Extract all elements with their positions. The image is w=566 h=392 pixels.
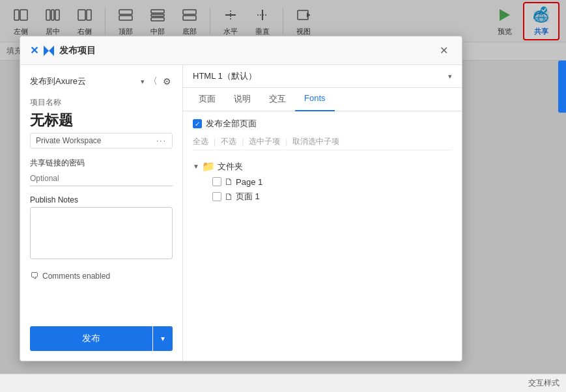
tab-interaction[interactable]: 交互 xyxy=(260,88,295,111)
folder-name: 文件夹 xyxy=(218,161,243,173)
password-input[interactable] xyxy=(30,171,173,186)
publish-dropdown-button[interactable]: ▾ xyxy=(153,326,173,351)
axure-x-icon xyxy=(42,44,55,57)
sep2: | xyxy=(242,137,244,147)
page-tree: ▼ 📁 文件夹 🗋 Page 1 🗋 页面 1 xyxy=(193,156,452,207)
folder-row: ▼ 📁 文件夹 xyxy=(193,158,452,175)
select-all-action[interactable]: 全选 xyxy=(193,136,208,147)
comments-icon: 🗨 xyxy=(30,271,38,281)
page-1-file-icon: 🗋 xyxy=(224,176,233,187)
dialog-header: ✕ 发布项目 ✕ xyxy=(20,36,462,65)
left-panel: 发布到Axure云 ▾ 〈 ⚙ 项目名称 无标题 Private Workspa… xyxy=(20,65,183,361)
svg-marker-28 xyxy=(44,46,49,56)
publish-notes-label: Publish Notes xyxy=(30,195,173,204)
page-1-checkbox[interactable] xyxy=(212,177,221,186)
select-children-action[interactable]: 选中子项 xyxy=(249,136,280,147)
project-name-value: 无标题 xyxy=(30,111,173,130)
page-row-1: 🗋 Page 1 xyxy=(193,175,452,189)
right-panel: HTML 1（默认） ▾ 页面 说明 交互 Fonts ✓ 发布全部页面 xyxy=(183,65,462,361)
interaction-style-label: 交互样式 xyxy=(528,378,559,389)
publish-btn-row: 发布 ▾ xyxy=(30,326,173,351)
publish-button[interactable]: 发布 xyxy=(30,326,152,351)
back-settings-arrow[interactable]: 〈 xyxy=(149,76,158,87)
page-1-name: Page 1 xyxy=(236,177,262,187)
publish-notes-field: Publish Notes xyxy=(30,195,173,262)
tabs: 页面 说明 交互 Fonts xyxy=(183,88,462,111)
axure-logo-icon: ✕ xyxy=(30,44,38,57)
workspace-name: Private Workspace xyxy=(36,136,101,145)
page-2-checkbox[interactable] xyxy=(212,192,221,201)
bottom-bar: 交互样式 xyxy=(0,374,566,392)
page-2-file-icon: 🗋 xyxy=(224,191,233,202)
config-dropdown[interactable]: ▾ xyxy=(448,72,452,81)
tab-notes[interactable]: 说明 xyxy=(225,88,260,111)
modal-overlay: ✕ 发布项目 ✕ 发布到Axure云 ▾ 〈 ⚙ 项目名称 无标题 xyxy=(0,0,566,392)
publish-target-row: 发布到Axure云 ▾ 〈 ⚙ xyxy=(30,75,173,88)
publish-notes-input[interactable] xyxy=(30,207,173,259)
workspace-row[interactable]: Private Workspace ··· xyxy=(30,133,173,148)
dialog-body: 发布到Axure云 ▾ 〈 ⚙ 项目名称 无标题 Private Workspa… xyxy=(20,65,462,361)
comments-label: Comments enabled xyxy=(42,272,110,281)
blue-accent xyxy=(558,61,566,113)
project-name-field: 项目名称 无标题 Private Workspace ··· xyxy=(30,97,173,148)
page-2-name: 页面 1 xyxy=(236,191,260,203)
publish-all-row: ✓ 发布全部页面 xyxy=(193,118,452,130)
folder-collapse-arrow[interactable]: ▼ xyxy=(193,163,199,170)
right-panel-header: HTML 1（默认） ▾ xyxy=(183,65,462,88)
folder-icon: 📁 xyxy=(202,160,215,173)
publish-all-checkbox[interactable]: ✓ xyxy=(193,119,202,128)
publish-target-dropdown[interactable]: ▾ xyxy=(141,77,145,86)
password-field: 共享链接的密码 xyxy=(30,158,173,186)
project-name-label: 项目名称 xyxy=(30,97,173,108)
tab-fonts[interactable]: Fonts xyxy=(295,88,335,111)
tab-pages[interactable]: 页面 xyxy=(190,88,225,111)
svg-marker-29 xyxy=(49,46,54,56)
dialog-close-button[interactable]: ✕ xyxy=(436,43,452,58)
sep3: | xyxy=(285,137,287,147)
publish-dialog: ✕ 发布项目 ✕ 发布到Axure云 ▾ 〈 ⚙ 项目名称 无标题 xyxy=(20,36,462,361)
settings-gear-icon[interactable]: ⚙ xyxy=(162,75,173,88)
page-actions-row: 全选 | 不选 | 选中子项 | 取消选中子项 xyxy=(193,133,452,150)
config-name: HTML 1（默认） xyxy=(193,70,443,82)
deselect-children-action[interactable]: 取消选中子项 xyxy=(292,136,339,147)
deselect-action[interactable]: 不选 xyxy=(221,136,236,147)
publish-target-label: 发布到Axure云 xyxy=(30,76,137,87)
comments-row: 🗨 Comments enabled xyxy=(30,271,173,281)
bottom-bar-right: 交互样式 xyxy=(528,378,559,389)
workspace-menu-button[interactable]: ··· xyxy=(156,136,167,145)
sep1: | xyxy=(214,137,216,147)
publish-all-label: 发布全部页面 xyxy=(206,118,257,130)
dialog-title: 发布项目 xyxy=(59,45,436,57)
page-row-2: 🗋 页面 1 xyxy=(193,189,452,204)
tab-content: ✓ 发布全部页面 全选 | 不选 | 选中子项 | 取消选中子项 xyxy=(183,111,462,361)
password-label: 共享链接的密码 xyxy=(30,158,173,169)
